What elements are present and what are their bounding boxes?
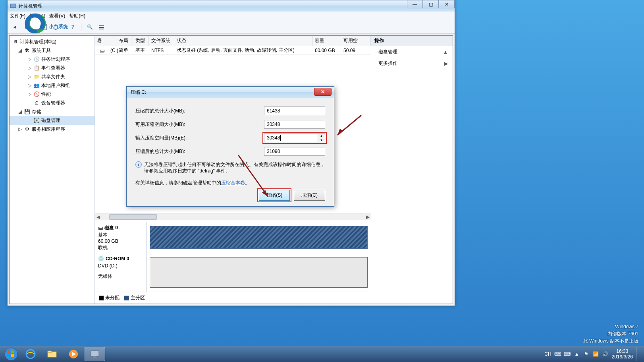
chevron-up-icon: ▲: [443, 49, 448, 55]
spinner[interactable]: ▲▼: [318, 134, 325, 142]
minimize-button[interactable]: —: [407, 0, 423, 8]
help-link[interactable]: 压缩基本卷: [221, 180, 245, 186]
tree-event-viewer[interactable]: ▷📋事件查看器: [10, 64, 94, 72]
dialog-close-button[interactable]: ✕: [314, 88, 332, 96]
svg-rect-7: [99, 29, 104, 29]
disk-0-row[interactable]: 🖴磁盘 0 基本 60.00 GB 联机: [95, 222, 371, 253]
svg-rect-20: [48, 351, 52, 352]
cancel-button[interactable]: 取消(C): [294, 190, 325, 201]
tree-local-users[interactable]: ▷👥本地用户和组: [10, 81, 94, 90]
tools-icon: 🛠: [24, 47, 30, 54]
menu-help[interactable]: 帮助(H): [69, 13, 85, 19]
app-icon: [10, 3, 16, 9]
tray-volume-icon[interactable]: 🔊: [602, 351, 609, 357]
col-fs[interactable]: 文件系统: [149, 36, 174, 46]
show-desktop-button[interactable]: [636, 347, 640, 361]
nav-tree[interactable]: 🖥计算机管理(本地) ◢🛠系统工具 ▷🕒任务计划程序 ▷📋事件查看器 ▷📁共享文…: [10, 36, 95, 304]
cdrom-row[interactable]: 💿CD-ROM 0 DVD (D:) 无媒体: [95, 253, 371, 292]
taskbar-media-icon[interactable]: [63, 347, 84, 361]
titlebar[interactable]: 计算机管理 — ▢ ✕: [8, 0, 455, 12]
col-type[interactable]: 类型: [133, 36, 149, 46]
actions-title: 操作: [371, 36, 453, 46]
tray-keyboard-icon[interactable]: ⌨: [555, 351, 561, 357]
forward-icon[interactable]: ►: [22, 22, 31, 32]
taskbar-diskmgmt-icon[interactable]: [85, 347, 105, 361]
svg-rect-14: [8, 350, 10, 353]
tree-root[interactable]: 🖥计算机管理(本地): [10, 37, 94, 46]
taskbar: CH ⌨ ⌨ ▲ ⚑ 📶 🔊 16:33 2019/3/26: [0, 346, 644, 362]
menu-action[interactable]: 操作(A): [29, 13, 45, 19]
col-capacity[interactable]: 容量: [312, 36, 341, 46]
system-tray: CH ⌨ ⌨ ▲ ⚑ 📶 🔊 16:33 2019/3/26: [544, 347, 644, 361]
shrink-amount-label: 输入压缩空间量(MB)(E):: [135, 135, 264, 141]
clock[interactable]: 16:33 2019/3/26: [612, 348, 633, 360]
svg-rect-16: [8, 354, 10, 357]
menu-file[interactable]: 文件(F): [10, 13, 25, 19]
col-free[interactable]: 可用空: [341, 36, 371, 46]
actions-pane: 操作 磁盘管理▲ 更多操作▶: [371, 36, 453, 304]
maximize-button[interactable]: ▢: [423, 0, 439, 8]
available-shrink-value: 30348: [264, 120, 325, 129]
shrink-amount-input[interactable]: 30348 ▲▼: [264, 134, 325, 142]
svg-rect-24: [93, 356, 96, 358]
help-icon[interactable]: ?: [68, 22, 77, 32]
tray-network-icon[interactable]: 📶: [593, 351, 599, 357]
refresh-icon[interactable]: [51, 22, 60, 32]
cdrom-bar: [150, 257, 368, 288]
tree-storage[interactable]: ◢💾存储: [10, 107, 94, 116]
help-text: 有关详细信息，请参阅磁盘管理帮助中的压缩基本卷。: [135, 180, 325, 186]
svg-rect-17: [11, 354, 14, 357]
tray-chevron-up-icon[interactable]: ▲: [574, 351, 580, 357]
back-icon[interactable]: ◄: [10, 22, 19, 32]
tree-performance[interactable]: ▷🚫性能: [10, 90, 94, 99]
tray-keyboard2-icon[interactable]: ⌨: [564, 351, 571, 357]
tree-task-scheduler[interactable]: ▷🕒任务计划程序: [10, 55, 94, 64]
after-shrink-value: 31090: [264, 147, 325, 156]
svg-point-18: [26, 350, 35, 358]
available-shrink-label: 可用压缩空间大小(MB):: [135, 121, 264, 128]
dialog-title: 压缩 C:: [131, 89, 146, 96]
total-size-value: 61438: [264, 106, 325, 115]
text-cursor: [280, 135, 281, 141]
action-more[interactable]: 更多操作▶: [371, 58, 453, 69]
h-scrollbar[interactable]: ◀ ▶: [95, 213, 371, 220]
dialog-titlebar[interactable]: 压缩 C: ✕: [127, 87, 334, 98]
volume-row[interactable]: 🖴(C:) 简单 基本 NTFS 状态良好 (系统, 启动, 页面文件, 活动,…: [95, 46, 371, 55]
cdrom-label: 💿CD-ROM 0 DVD (D:) 无媒体: [95, 253, 147, 292]
disk-graphical-view: 🖴磁盘 0 基本 60.00 GB 联机 💿CD-ROM 0 DVD (D:) …: [95, 222, 371, 304]
tree-services[interactable]: ▷⚙服务和应用程序: [10, 125, 94, 134]
tree-device-manager[interactable]: 🖨设备管理器: [10, 99, 94, 107]
taskbar-explorer-icon[interactable]: [42, 347, 62, 361]
tree-disk-management[interactable]: 💽磁盘管理: [10, 116, 94, 125]
cdrom-icon: 💿: [98, 256, 104, 263]
device-icon: 🖨: [33, 100, 40, 106]
shrink-button[interactable]: 压缩(S): [259, 190, 290, 201]
col-status[interactable]: 状态: [174, 36, 312, 46]
find-icon[interactable]: 🔍: [85, 22, 94, 32]
menu-view[interactable]: 查看(V): [49, 13, 65, 19]
col-layout[interactable]: 布局: [116, 36, 133, 46]
close-button[interactable]: ✕: [439, 0, 455, 8]
disk-legend: 未分配 主分区: [95, 292, 371, 304]
toolbar: ◄ ► ? 🔍: [8, 20, 455, 34]
activation-watermark: Windows 7 内部版本 7601 此 Windows 副本不是正版: [583, 323, 638, 345]
spinner-down-icon: ▼: [318, 138, 325, 142]
after-shrink-label: 压缩后的总计大小(MB):: [135, 148, 264, 155]
options-icon[interactable]: [97, 22, 106, 32]
action-disk-mgmt[interactable]: 磁盘管理▲: [371, 46, 453, 58]
start-button[interactable]: [2, 346, 20, 362]
disk-0-partition-c[interactable]: [150, 226, 368, 249]
tree-shared-folders[interactable]: ▷📁共享文件夹: [10, 72, 94, 81]
folder-icon: 📁: [33, 74, 40, 80]
ime-indicator[interactable]: CH: [544, 351, 551, 357]
services-icon: ⚙: [24, 126, 30, 132]
col-volume[interactable]: 卷: [95, 36, 116, 46]
views-icon[interactable]: [39, 22, 48, 32]
taskbar-ie-icon[interactable]: [20, 347, 41, 361]
storage-icon: 💾: [24, 108, 30, 115]
tree-systools[interactable]: ◢🛠系统工具: [10, 46, 94, 55]
tray-flag-icon[interactable]: ⚑: [583, 351, 590, 357]
volume-icon: 🖴: [97, 48, 107, 53]
svg-rect-5: [99, 25, 104, 26]
volume-grid-header: 卷 布局 类型 文件系统 状态 容量 可用空: [95, 36, 371, 46]
